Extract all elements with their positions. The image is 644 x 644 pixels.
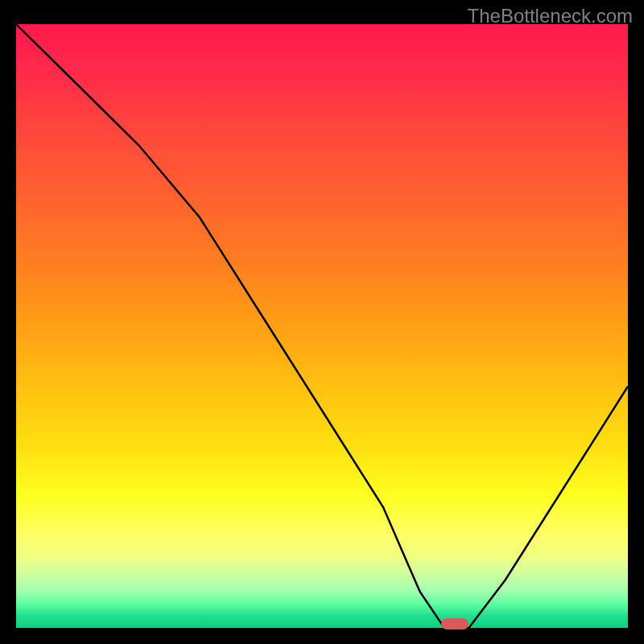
plot-area bbox=[16, 24, 628, 628]
watermark-text: TheBottleneck.com bbox=[468, 5, 633, 27]
bottleneck-curve bbox=[16, 24, 628, 628]
optimal-marker bbox=[441, 618, 469, 630]
